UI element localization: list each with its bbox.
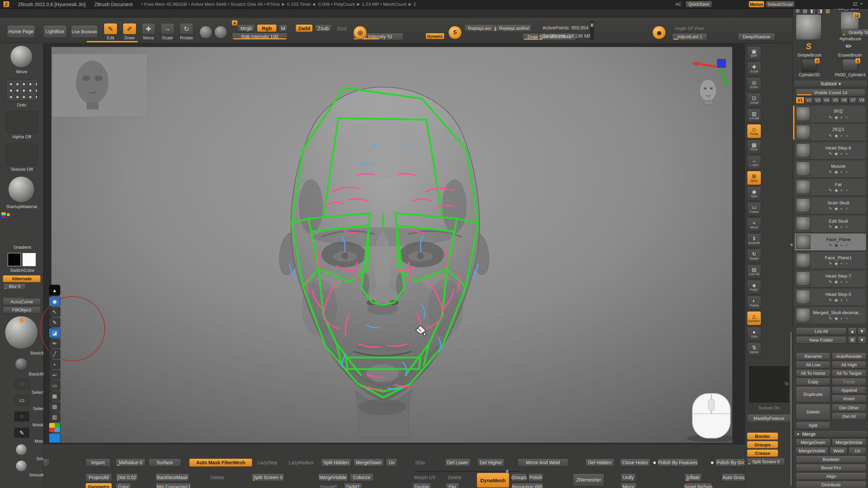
printer-icon[interactable]: ▦ <box>49 391 60 401</box>
dock-right-panel-icon[interactable]: ◨ <box>818 8 822 14</box>
polish-by-groups-button[interactable]: Polish By Groups <box>715 459 745 467</box>
groups-button[interactable]: Groups <box>747 441 778 448</box>
fill-object-button[interactable]: FillObject <box>3 306 41 313</box>
mrgb-button[interactable]: Mrgb <box>237 24 255 32</box>
edit-mode-button[interactable]: ✎ Edit <box>104 23 117 40</box>
auto-reorder-button[interactable]: AutoReorder <box>832 352 866 360</box>
close-window-icon[interactable]: ▪ <box>861 1 862 6</box>
color-picker[interactable] <box>5 212 6 218</box>
polypaint-icon[interactable]: ✎ <box>829 316 832 321</box>
subtool-toggle-icon[interactable]: ◐ <box>841 243 843 247</box>
mirror-and-weld-button[interactable]: Mirror And Weld <box>517 459 568 467</box>
nav-move-button[interactable]: +Move <box>747 218 761 232</box>
current-tool-thumbnail[interactable] <box>796 14 822 40</box>
v6-item[interactable]: V6 <box>840 97 848 104</box>
colorize-button[interactable]: Colorize <box>350 473 374 482</box>
visibility-eye-icon[interactable]: ◉ <box>835 225 838 229</box>
polyframe-button[interactable]: ◈PolyF <box>747 280 761 294</box>
spotlight-button[interactable]: ◉Spot <box>747 186 761 201</box>
m-button[interactable]: M <box>279 24 288 32</box>
subtool-row[interactable]: Face_Plane1 ✎ ◉ ◐ ○ <box>794 251 866 269</box>
texture-off-thumbnail[interactable] <box>6 144 37 165</box>
subtool-row[interactable]: Head Step-5 ✎ ◉ ◐ ○ <box>794 288 866 306</box>
sdiv-track-slider[interactable] <box>415 471 520 472</box>
trash-icon[interactable]: ▭ <box>49 381 60 390</box>
v3-item[interactable]: V3 <box>813 97 822 104</box>
home-page-button[interactable]: Home Page <box>7 25 35 38</box>
split-button[interactable]: Split <box>796 422 830 429</box>
visibility-eye-icon[interactable]: ◉ <box>835 151 838 156</box>
v1-item[interactable]: V1 <box>796 97 804 104</box>
visibility-eye-icon[interactable]: ◉ <box>835 261 838 266</box>
smooth-thumbnail[interactable] <box>16 444 27 455</box>
stroke-type-thumbnail[interactable] <box>10 45 33 68</box>
surface-button[interactable]: Surface <box>149 459 181 467</box>
storemt-button[interactable]: StoreMT <box>318 483 339 488</box>
merge-similar-button[interactable]: MergeSimilar <box>832 439 866 446</box>
adjust-last-slider[interactable]: AdjustLast 1 <box>672 33 707 41</box>
v7-item[interactable]: V7 <box>849 97 857 104</box>
dock-left-panel-icon[interactable]: ◧ <box>810 8 815 14</box>
menus-button[interactable]: Menus <box>749 1 764 7</box>
subtool-header[interactable]: Subtool▾ <box>794 80 868 87</box>
border-button[interactable]: Border <box>747 432 778 440</box>
move-mode-button[interactable]: ✚ Move <box>142 23 155 40</box>
subtool-toggle-icon[interactable]: ◐ <box>841 188 843 192</box>
polypaint-icon[interactable]: ✎ <box>829 261 832 266</box>
lazystep-button[interactable]: LazyStep <box>256 459 279 467</box>
weld-button[interactable]: Weld <box>830 447 847 454</box>
polypaint-icon[interactable]: ✎ <box>829 280 832 284</box>
merge-down-dock-button[interactable]: MergeDown <box>353 459 384 467</box>
subtool-ring-icon[interactable]: ○ <box>846 298 848 302</box>
mirror-button[interactable]: Mirror <box>620 483 637 488</box>
polypaint-icon[interactable]: ✎ <box>829 115 832 120</box>
rename-button[interactable]: Rename <box>796 352 830 360</box>
subtool-ring-icon[interactable]: ○ <box>846 206 848 211</box>
default-zscript-button[interactable]: DefaultZScript <box>766 1 795 7</box>
subtool-toggle-icon[interactable]: ◐ <box>841 206 843 211</box>
select-lasso-thumbnail[interactable]: ◌ <box>14 379 29 389</box>
smart-resym-button[interactable]: Smart ReSym <box>684 483 712 488</box>
min-connected-button[interactable]: Min Connected l <box>155 483 191 488</box>
v2-item[interactable]: V2 <box>805 97 813 104</box>
delete-button[interactable]: Delete <box>796 404 830 420</box>
secondary-color-swatch[interactable] <box>22 253 36 266</box>
uv-dock-button[interactable]: Uv <box>386 459 397 467</box>
folder-out-icon[interactable]: ▼ <box>857 336 866 344</box>
inflate-slider[interactable]: Inflate <box>684 473 702 482</box>
replay-last-button[interactable]: ReplayLast <box>465 24 494 32</box>
rgb-button[interactable]: Rgb <box>257 24 277 32</box>
subtool-toggle-icon[interactable]: ◐ <box>841 134 843 138</box>
mask-by-feature-button[interactable]: MaskByFeature <box>747 414 791 422</box>
image-icon[interactable]: ▧ <box>49 402 60 411</box>
lightbox-button[interactable]: LightBox <box>43 25 67 38</box>
paste-button[interactable]: Paste <box>832 378 866 385</box>
unify-button[interactable]: Unify <box>620 473 636 482</box>
flip-button[interactable]: Flip <box>446 483 459 488</box>
fill-bucket-icon[interactable]: ◪ <box>49 328 60 338</box>
subtool-row[interactable]: 29강1 ✎ ◉ ◐ ○ <box>794 123 866 141</box>
subtool-row[interactable]: Scan Skull ✎ ◉ ◐ ○ <box>794 197 866 214</box>
subtool-ring-icon[interactable]: ○ <box>846 243 848 247</box>
pen-off-icon[interactable]: ✎ <box>49 318 60 327</box>
hue-strip[interactable] <box>1 212 6 218</box>
all-to-home-button[interactable]: All To Home <box>796 369 830 377</box>
geometry-button[interactable]: Geometry <box>85 483 112 488</box>
subtool-row[interactable]: 30강 ✎ ◉ ◐ ○ <box>794 105 866 123</box>
del-other-button[interactable]: Del Other <box>832 404 866 411</box>
visibility-eye-icon[interactable]: ◉ <box>835 280 838 284</box>
subtool-ring-icon[interactable]: ○ <box>846 134 848 138</box>
midvalue-slider[interactable]: MidValue 0 <box>116 459 145 467</box>
v5-item[interactable]: V5 <box>831 97 840 104</box>
dynamesh-polish-button[interactable]: Polish <box>528 473 543 482</box>
subtool-ring-icon[interactable]: ○ <box>846 280 848 284</box>
projectall-button[interactable]: ProjectAll <box>85 473 112 482</box>
basic-material-thumbnail[interactable] <box>5 316 38 349</box>
subtool-row[interactable]: Head Step-6 ✎ ◉ ◐ ○ <box>794 142 866 159</box>
line-fill-button[interactable]: ▤Line Fill <box>747 264 761 279</box>
polypaint-icon[interactable]: ✎ <box>829 151 832 156</box>
document-canvas[interactable] <box>52 47 732 443</box>
polypaint-icon[interactable]: ✎ <box>829 170 832 174</box>
panel-scrollbar[interactable] <box>790 332 792 485</box>
dynamesh-button[interactable]: DynaMesh <box>477 473 509 488</box>
